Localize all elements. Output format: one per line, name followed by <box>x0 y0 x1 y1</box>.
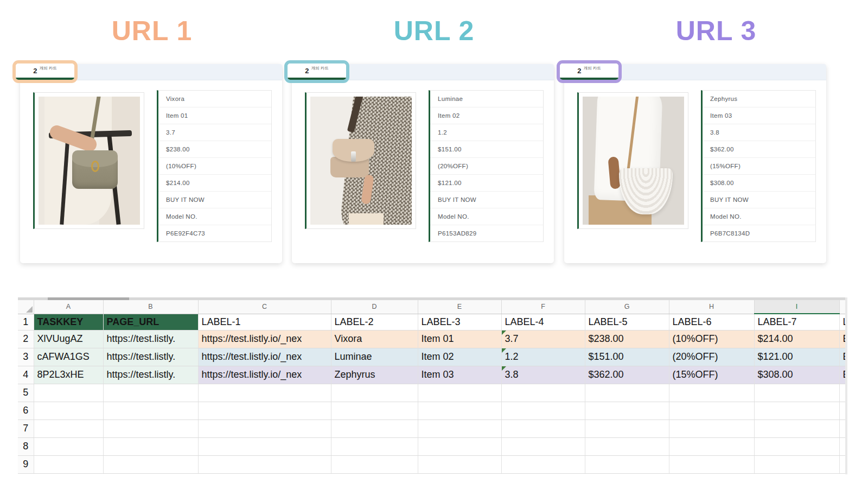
cell-c4[interactable]: https://test.listly.io/_nex <box>198 366 331 384</box>
empty-cell[interactable] <box>585 402 669 420</box>
empty-cell[interactable] <box>754 437 839 455</box>
field-row[interactable]: $214.00 <box>158 175 271 192</box>
cell-i3[interactable]: $121.00 <box>754 348 839 366</box>
row-number[interactable]: 7 <box>18 420 34 437</box>
column-header-g[interactable]: G <box>585 300 669 314</box>
empty-cell[interactable] <box>669 402 754 420</box>
cell-i2[interactable]: $214.00 <box>754 330 839 348</box>
cell-a4[interactable]: 8P2L3xHE <box>34 366 103 384</box>
cell-b3[interactable]: https://test.listly. <box>103 348 198 366</box>
cell-h3[interactable]: (20%OFF) <box>669 348 754 366</box>
field-row[interactable]: Vixora <box>158 91 271 107</box>
empty-cell[interactable] <box>34 384 103 402</box>
empty-cell[interactable] <box>198 437 331 455</box>
empty-cell[interactable] <box>418 455 501 473</box>
select-all-corner[interactable] <box>18 300 34 314</box>
empty-cell[interactable] <box>585 420 669 437</box>
empty-cell[interactable] <box>198 455 331 473</box>
empty-cell[interactable] <box>754 384 839 402</box>
empty-cell[interactable] <box>585 455 669 473</box>
cell-g3[interactable]: $151.00 <box>585 348 669 366</box>
empty-cell[interactable] <box>501 437 585 455</box>
row-number[interactable]: 5 <box>18 384 34 402</box>
cell-j4-clipped[interactable]: B <box>839 366 845 384</box>
cell-e3[interactable]: Item 02 <box>418 348 501 366</box>
empty-cell[interactable] <box>501 455 585 473</box>
cell-h1[interactable]: LABEL-6 <box>669 314 754 330</box>
empty-cell[interactable] <box>34 455 103 473</box>
empty-cell[interactable] <box>754 455 839 473</box>
cell-a3[interactable]: cAFWA1GS <box>34 348 103 366</box>
field-row[interactable]: Item 01 <box>158 107 271 124</box>
empty-cell[interactable] <box>103 420 198 437</box>
field-row[interactable]: P6E92F4C73 <box>158 225 271 242</box>
column-header-i-selected[interactable]: I <box>754 300 839 314</box>
empty-cell[interactable] <box>839 455 845 473</box>
field-row[interactable]: 1.2 <box>430 124 543 141</box>
empty-cell[interactable] <box>198 402 331 420</box>
empty-cell[interactable] <box>839 402 845 420</box>
card-count-tab[interactable]: 2 개의 카드 <box>557 60 622 83</box>
column-header-a[interactable]: A <box>34 300 103 314</box>
column-header-c[interactable]: C <box>198 300 331 314</box>
row-number[interactable]: 6 <box>18 402 34 420</box>
empty-cell[interactable] <box>754 420 839 437</box>
empty-cell[interactable] <box>34 402 103 420</box>
cell-i4[interactable]: $308.00 <box>754 366 839 384</box>
cell-g4[interactable]: $362.00 <box>585 366 669 384</box>
column-header-b[interactable]: B <box>103 300 198 314</box>
field-row[interactable]: $151.00 <box>430 141 543 158</box>
empty-cell[interactable] <box>103 384 198 402</box>
field-row[interactable]: Item 02 <box>430 107 543 124</box>
field-row[interactable]: Zephyrus <box>703 91 815 107</box>
field-row[interactable]: Model NO. <box>158 208 271 225</box>
empty-cell[interactable] <box>418 402 501 420</box>
empty-cell[interactable] <box>198 384 331 402</box>
column-header-e[interactable]: E <box>418 300 501 314</box>
field-row[interactable]: 3.7 <box>158 124 271 141</box>
cell-e4[interactable]: Item 03 <box>418 366 501 384</box>
cell-a2[interactable]: XlVUugAZ <box>34 330 103 348</box>
empty-cell[interactable] <box>669 420 754 437</box>
column-header-f[interactable]: F <box>501 300 585 314</box>
field-row[interactable]: (15%OFF) <box>703 158 815 175</box>
cell-j3-clipped[interactable]: B <box>839 348 845 366</box>
sheet-top-scrollbar[interactable] <box>18 297 845 300</box>
cell-h4[interactable]: (15%OFF) <box>669 366 754 384</box>
field-row[interactable]: $308.00 <box>703 175 815 192</box>
card-count-tab[interactable]: 2 개의 카드 <box>284 60 349 83</box>
field-row[interactable]: BUY IT NOW <box>703 192 815 208</box>
cell-d3[interactable]: Luminae <box>331 348 418 366</box>
field-row[interactable]: Model NO. <box>703 208 815 225</box>
empty-cell[interactable] <box>839 437 845 455</box>
row-number[interactable]: 4 <box>18 366 34 384</box>
empty-cell[interactable] <box>331 455 418 473</box>
empty-cell[interactable] <box>198 420 331 437</box>
row-number[interactable]: 9 <box>18 455 34 473</box>
cell-c2[interactable]: https://test.listly.io/_nex <box>198 330 331 348</box>
field-row[interactable]: BUY IT NOW <box>430 192 543 208</box>
empty-cell[interactable] <box>585 384 669 402</box>
empty-cell[interactable] <box>418 420 501 437</box>
cell-j1-clipped[interactable]: L <box>839 314 845 330</box>
cell-e1[interactable]: LABEL-3 <box>418 314 501 330</box>
field-row[interactable]: $121.00 <box>430 175 543 192</box>
empty-cell[interactable] <box>418 437 501 455</box>
empty-cell[interactable] <box>331 384 418 402</box>
empty-cell[interactable] <box>839 420 845 437</box>
row-number[interactable]: 1 <box>18 314 34 330</box>
empty-cell[interactable] <box>418 384 501 402</box>
empty-cell[interactable] <box>669 455 754 473</box>
field-row[interactable]: BUY IT NOW <box>158 192 271 208</box>
cell-e2[interactable]: Item 01 <box>418 330 501 348</box>
scrollbar-thumb[interactable] <box>48 297 129 300</box>
cell-d4[interactable]: Zephyrus <box>331 366 418 384</box>
cell-b2[interactable]: https://test.listly. <box>103 330 198 348</box>
cell-f1[interactable]: LABEL-4 <box>501 314 585 330</box>
field-row[interactable]: Model NO. <box>430 208 543 225</box>
column-header-overflow[interactable] <box>839 300 845 314</box>
row-number[interactable]: 8 <box>18 437 34 455</box>
row-number[interactable]: 2 <box>18 330 34 348</box>
cell-h2[interactable]: (10%OFF) <box>669 330 754 348</box>
empty-cell[interactable] <box>669 384 754 402</box>
